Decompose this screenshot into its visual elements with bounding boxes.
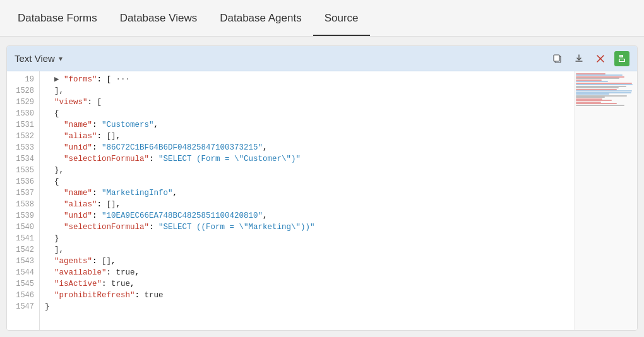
line-number: 1546: [9, 290, 34, 301]
minimap-line: [576, 84, 633, 85]
code-line: "isActive": true,: [40, 278, 574, 290]
minimap-line: [576, 90, 632, 92]
nav-database-forms[interactable]: Database Forms: [6, 0, 109, 36]
textview-left: Text View ▾: [15, 53, 63, 64]
line-number: 1528: [9, 85, 34, 97]
code-line: "unid": "10EA9EC66EA748BC482585110042081…: [40, 210, 574, 222]
svg-rect-1: [554, 55, 559, 61]
line-number: 1532: [9, 131, 34, 142]
code-line: "name": "Customers",: [40, 119, 574, 131]
minimap-line: [576, 97, 605, 98]
code-line: }: [40, 233, 574, 244]
code-line: "selectionFormula": "SELECT ((Form = \"M…: [40, 222, 574, 233]
nav-database-agents-label: Database Agents: [220, 12, 301, 25]
textview-toolbar: Text View ▾: [7, 46, 637, 71]
line-number: 1530: [9, 108, 34, 119]
nav-source[interactable]: Source: [313, 0, 370, 36]
code-line: "alias": [],: [40, 199, 574, 210]
line-number: 1536: [9, 176, 34, 187]
copy-button[interactable]: [550, 51, 565, 66]
code-line: "alias": [],: [40, 131, 574, 142]
main-content: Text View ▾: [6, 45, 638, 331]
minimap-line: [576, 78, 619, 79]
code-line: "selectionFormula": "SELECT (Form = \"Cu…: [40, 153, 574, 165]
minimap-line: [576, 81, 608, 82]
code-line: "name": "MarketingInfo",: [40, 187, 574, 199]
line-number: 1541: [9, 233, 34, 244]
code-line: "agents": [],: [40, 256, 574, 267]
nav-database-views[interactable]: Database Views: [109, 0, 209, 36]
line-number: 19: [9, 74, 34, 85]
line-number: 1544: [9, 267, 34, 278]
line-number: 1547: [9, 301, 34, 312]
code-line: "available": true,: [40, 267, 574, 278]
code-line: ],: [40, 244, 574, 256]
code-line: ▶ "forms": [ ···: [40, 74, 574, 85]
minimap-line: [576, 105, 624, 106]
code-line: "prohibitRefresh": true: [40, 290, 574, 301]
code-line: {: [40, 176, 574, 187]
minimap-line: [576, 74, 623, 76]
line-number: 1538: [9, 199, 34, 210]
minimap: [574, 71, 637, 330]
line-number: 1539: [9, 210, 34, 222]
top-nav: Database Forms Database Views Database A…: [0, 0, 644, 37]
nav-database-views-label: Database Views: [120, 12, 198, 25]
minimap-line: [576, 87, 619, 88]
nav-database-agents[interactable]: Database Agents: [208, 0, 313, 36]
nav-source-label: Source: [325, 12, 359, 25]
code-line: }: [40, 301, 574, 312]
minimap-line: [576, 93, 609, 95]
line-number: 1535: [9, 165, 34, 176]
code-line: "unid": "86C72C1BF64B6DF0482584710037321…: [40, 142, 574, 153]
code-content[interactable]: ▶ "forms": [ ··· ], "views": [ { "name":…: [40, 71, 574, 330]
line-numbers: 1915281529153015311532153315341535153615…: [7, 71, 40, 330]
line-number: 1543: [9, 256, 34, 267]
line-number: 1529: [9, 97, 34, 108]
line-number: 1545: [9, 278, 34, 290]
save-button[interactable]: [614, 51, 629, 66]
close-button[interactable]: [593, 51, 608, 66]
line-number: 1540: [9, 222, 34, 233]
svg-rect-6: [621, 55, 621, 57]
line-number: 1534: [9, 153, 34, 165]
code-line: },: [40, 165, 574, 176]
line-number: 1537: [9, 187, 34, 199]
code-area: 1915281529153015311532153315341535153615…: [7, 71, 637, 330]
code-line: ],: [40, 85, 574, 97]
textview-title: Text View: [15, 53, 55, 64]
code-line: "views": [: [40, 97, 574, 108]
minimap-line: [576, 103, 617, 104]
svg-rect-5: [620, 59, 624, 61]
toolbar-icons: [550, 51, 629, 66]
chevron-down-icon[interactable]: ▾: [59, 54, 63, 63]
line-number: 1542: [9, 244, 34, 256]
code-line: {: [40, 108, 574, 119]
line-number: 1533: [9, 142, 34, 153]
download-button[interactable]: [571, 51, 587, 66]
line-number: 1531: [9, 119, 34, 131]
minimap-line: [576, 100, 612, 101]
minimap-content: [575, 71, 637, 330]
nav-database-forms-label: Database Forms: [18, 12, 97, 25]
